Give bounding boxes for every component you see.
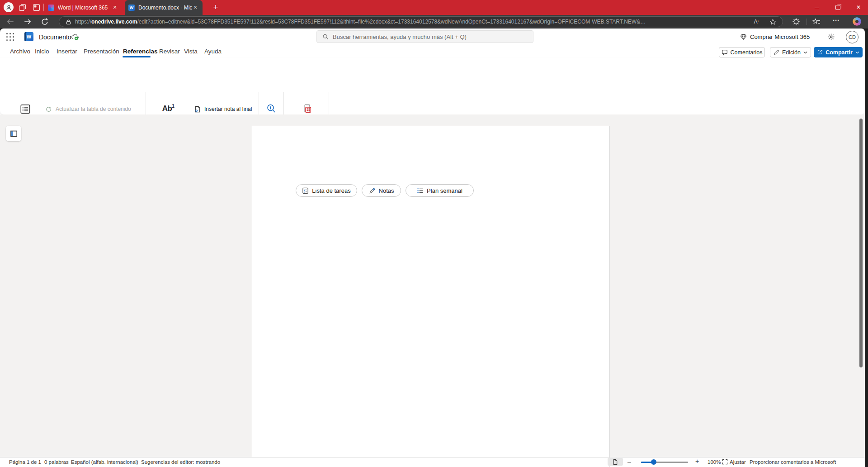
premium-diamond-icon: [740, 33, 747, 40]
feedback-link[interactable]: Proporcionar comentarios a Microsoft: [750, 457, 836, 467]
page-count-status[interactable]: Página 1 de 1: [9, 457, 41, 467]
workspaces-icon[interactable]: [19, 4, 26, 11]
pencil-icon: [774, 49, 779, 55]
browser-tab-bar: Word | Microsoft 365 W Documento.docx - …: [0, 0, 868, 15]
divider: [43, 4, 44, 11]
task-list-icon: [302, 187, 309, 194]
page-view-toggle[interactable]: [608, 458, 623, 466]
zoom-slider-handle[interactable]: [651, 459, 656, 465]
refresh-toc-icon: [45, 106, 52, 113]
tab-referencias[interactable]: Referencias: [123, 45, 158, 57]
saved-to-cloud-icon[interactable]: [71, 33, 79, 41]
comment-icon: [722, 49, 728, 56]
fit-to-page-icon[interactable]: [722, 459, 728, 465]
page-icon: [613, 459, 618, 465]
tab-title: Documento.docx - Microsoft Wor: [138, 5, 192, 11]
fit-label[interactable]: Ajustar: [730, 457, 746, 467]
zoom-level[interactable]: 100%: [708, 457, 721, 467]
window-close-button[interactable]: [849, 0, 868, 14]
forward-icon[interactable]: [24, 18, 32, 26]
active-tab-underline: [123, 56, 151, 57]
zoom-in-icon[interactable]: +: [695, 457, 699, 465]
tab-inicio[interactable]: Inicio: [35, 45, 49, 57]
word-app: W Documento Buscar herramientas, ayuda y…: [0, 29, 865, 467]
navigation-pane-toggle[interactable]: [6, 126, 21, 141]
insert-endnote-button[interactable]: Insertar nota al final: [194, 104, 252, 114]
update-toc-button[interactable]: Actualizar la tabla de contenido: [45, 104, 131, 114]
tab-revisar[interactable]: Revisar: [159, 45, 180, 57]
tab-actions-icon[interactable]: [33, 4, 40, 11]
browser-profile-button[interactable]: [4, 2, 14, 12]
account-avatar[interactable]: CD: [846, 31, 859, 43]
footnote-ab-icon: Ab1: [162, 103, 175, 112]
notes-pencil-icon: [369, 187, 376, 194]
url-text: https://onedrive.live.com/edit?action=ed…: [75, 19, 754, 25]
copilot-icon[interactable]: [853, 17, 861, 26]
tab-archivo[interactable]: Archivo: [10, 45, 30, 57]
gear-icon[interactable]: [827, 33, 835, 41]
document-page[interactable]: [252, 126, 610, 457]
smart-lookup-icon: [266, 103, 277, 114]
favorite-star-icon[interactable]: [769, 19, 776, 25]
window-minimize-button[interactable]: [807, 0, 826, 14]
citations-icon: [301, 103, 312, 114]
buy-microsoft-365-link[interactable]: Comprar Microsoft 365: [750, 29, 810, 45]
tab-title: Word | Microsoft 365: [58, 5, 111, 11]
tab-ayuda[interactable]: Ayuda: [204, 45, 222, 57]
divider: [807, 19, 807, 25]
tab-insertar[interactable]: Insertar: [57, 45, 77, 57]
toc-icon: [19, 103, 31, 115]
person-icon: [6, 5, 12, 10]
language-status[interactable]: Español (alfab. internacional): [71, 457, 138, 467]
comments-button[interactable]: Comentarios: [719, 47, 765, 57]
share-label: Compartir: [826, 49, 853, 56]
search-icon: [322, 33, 329, 40]
tab-presentacion[interactable]: Presentación: [84, 45, 119, 57]
chevron-down-icon: [803, 51, 807, 54]
new-tab-button[interactable]: [209, 1, 222, 14]
vertical-scrollbar[interactable]: [859, 119, 863, 367]
share-icon: [817, 49, 823, 55]
chevron-down-icon: [855, 51, 859, 54]
notes-label: Notas: [379, 187, 394, 194]
address-bar[interactable]: https://onedrive.live.com/edit?action=ed…: [59, 16, 783, 27]
word-logo[interactable]: W: [24, 32, 33, 41]
editing-label: Edición: [782, 49, 801, 56]
browser-essentials-icon[interactable]: [792, 18, 800, 26]
endnote-icon: [194, 106, 201, 113]
weekly-plan-template-button[interactable]: Plan semanal: [406, 184, 474, 197]
editor-suggestions-status[interactable]: Sugerencias del editor: mostrando: [141, 457, 220, 467]
word-count-status[interactable]: 0 palabras: [44, 457, 69, 467]
word-file-icon: W: [128, 5, 135, 11]
back-icon[interactable]: [6, 18, 14, 26]
favorites-bar-icon[interactable]: [812, 18, 821, 26]
tab-vista[interactable]: Vista: [184, 45, 198, 57]
screen: Word | Microsoft 365 W Documento.docx - …: [0, 0, 868, 467]
browser-tab-document[interactable]: W Documento.docx - Microsoft Wor: [125, 0, 203, 15]
zoom-out-icon[interactable]: –: [627, 458, 631, 465]
insert-endnote-label: Insertar nota al final: [204, 106, 252, 112]
close-tab-icon[interactable]: [111, 4, 118, 11]
document-title[interactable]: Documento: [39, 29, 71, 45]
refresh-icon[interactable]: [41, 18, 49, 26]
window-restore-button[interactable]: [828, 0, 847, 14]
microsoft-365-icon: [48, 5, 54, 11]
read-aloud-icon[interactable]: A: [754, 19, 759, 25]
update-toc-label: Actualizar la tabla de contenido: [56, 106, 131, 112]
lock-icon: [66, 19, 71, 25]
search-input[interactable]: Buscar herramientas, ayuda y mucho más (…: [316, 30, 533, 43]
bulleted-list-icon: [417, 187, 424, 194]
app-launcher-icon[interactable]: [6, 33, 14, 41]
editing-mode-button[interactable]: Edición: [770, 47, 811, 57]
notes-template-button[interactable]: Notas: [362, 184, 401, 197]
browser-tab-word-home[interactable]: Word | Microsoft 365: [45, 0, 123, 15]
search-placeholder: Buscar herramientas, ayuda y mucho más (…: [333, 33, 467, 40]
share-button[interactable]: Compartir: [814, 47, 863, 57]
close-tab-icon[interactable]: [192, 4, 199, 11]
browser-toolbar: https://onedrive.live.com/edit?action=ed…: [0, 15, 868, 29]
browser-menu-icon[interactable]: [833, 16, 840, 24]
navigation-pane-icon: [10, 130, 18, 138]
todo-list-template-button[interactable]: Lista de tareas: [296, 184, 357, 197]
comments-label: Comentarios: [731, 49, 763, 56]
todo-list-label: Lista de tareas: [312, 187, 350, 194]
